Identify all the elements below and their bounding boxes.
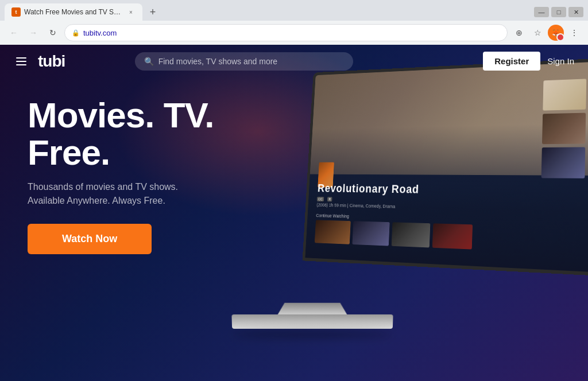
- minimize-button[interactable]: —: [534, 7, 549, 17]
- url-text: tubitv.com: [83, 29, 500, 37]
- tv-side-thumb-3: [541, 147, 586, 178]
- browser-tab[interactable]: t Watch Free Movies and TV Sh... ×: [5, 3, 142, 21]
- browser-chrome: t Watch Free Movies and TV Sh... × + — □…: [0, 0, 588, 45]
- search-placeholder: Find movies, TV shows and more: [158, 57, 278, 66]
- bookmark-icon[interactable]: ☆: [529, 25, 546, 41]
- tv-stand: [231, 303, 393, 349]
- tv-screen-content: Revolutionary Road CC R (2008) 1h 59 min…: [305, 62, 588, 273]
- signin-button[interactable]: Sign In: [547, 56, 574, 66]
- lock-icon: 🔒: [72, 29, 80, 37]
- tubi-logo: tubi: [38, 52, 65, 71]
- refresh-button[interactable]: ↻: [45, 25, 61, 41]
- tv-side-thumb-2: [542, 113, 586, 145]
- new-tab-button[interactable]: +: [145, 4, 161, 20]
- tab-favicon: t: [11, 7, 21, 17]
- maximize-button[interactable]: □: [551, 7, 566, 17]
- tv-thumbnail-2: [352, 221, 389, 246]
- address-bar[interactable]: 🔒 tubitv.com: [64, 24, 508, 41]
- tv-thumbnail-1: [315, 220, 351, 244]
- hero-subtitle: Thousands of movies and TV shows.Availab…: [28, 180, 214, 208]
- tv-thumbnail-3: [392, 222, 431, 247]
- tv-mockup: Revolutionary Road CC R (2008) 1h 59 min…: [255, 56, 588, 355]
- tv-thumbnail-4: [432, 223, 473, 249]
- browser-title-bar: t Watch Free Movies and TV Sh... × + — □…: [0, 0, 588, 21]
- tv-stand-shadow: [232, 331, 392, 338]
- tv-rating-badge: R: [327, 197, 332, 201]
- back-button[interactable]: ←: [6, 25, 22, 41]
- window-controls: — □ ✕: [534, 7, 583, 17]
- hamburger-menu[interactable]: [14, 55, 29, 68]
- tv-title-area: Revolutionary Road CC R (2008) 1h 59 min…: [316, 182, 531, 212]
- forward-button[interactable]: →: [25, 25, 41, 41]
- tv-cc-badge: CC: [317, 197, 324, 201]
- tv-movie-title: Revolutionary Road: [318, 182, 531, 199]
- profile-icon[interactable]: 🦊: [548, 25, 564, 41]
- register-button[interactable]: Register: [483, 52, 540, 71]
- tab-title: Watch Free Movies and TV Sh...: [24, 8, 123, 16]
- toolbar-right-icons: ⊕ ☆ 🦊 ⋮: [511, 25, 582, 41]
- header-actions: Register Sign In: [483, 52, 574, 71]
- tv-side-thumb-1: [543, 79, 586, 110]
- hero-content: Movies. TV. Free. Thousands of movies an…: [28, 96, 214, 254]
- tv-stand-base: [231, 314, 393, 329]
- menu-icon[interactable]: ⋮: [566, 25, 582, 41]
- tv-stand-neck: [277, 303, 347, 314]
- download-icon[interactable]: ⊕: [511, 25, 527, 41]
- search-icon: 🔍: [144, 57, 154, 66]
- tab-close-button[interactable]: ×: [126, 7, 136, 17]
- watch-now-button[interactable]: Watch Now: [28, 224, 152, 254]
- hero-title: Movies. TV. Free.: [28, 96, 214, 171]
- close-window-button[interactable]: ✕: [568, 7, 583, 17]
- tv-side-thumbnails: [541, 79, 587, 178]
- browser-toolbar: ← → ↻ 🔒 tubitv.com ⊕ ☆ 🦊 ⋮: [0, 21, 588, 45]
- search-bar[interactable]: 🔍 Find movies, TV shows and more: [135, 52, 353, 71]
- website-content: tubi 🔍 Find movies, TV shows and more Re…: [0, 45, 588, 381]
- tv-screen: Revolutionary Road CC R (2008) 1h 59 min…: [303, 58, 588, 275]
- site-header: tubi 🔍 Find movies, TV shows and more Re…: [0, 45, 588, 77]
